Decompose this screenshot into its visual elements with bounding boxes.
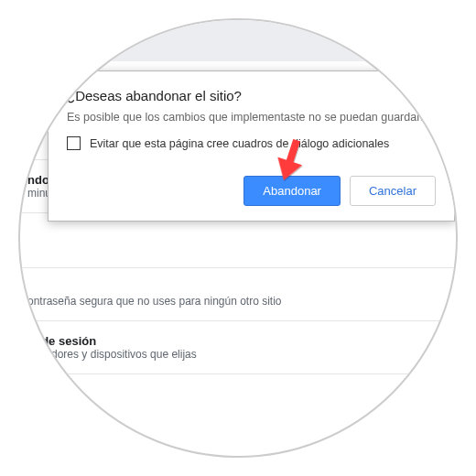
dialog-title: ¿Deseas abandonar el sitio?: [67, 88, 436, 103]
cancel-button[interactable]: Cancelar: [350, 176, 436, 206]
row-status-fragment: hor: [27, 134, 43, 146]
leave-site-dialog: ¿Deseas abandonar el sitio? Es posible q…: [48, 70, 455, 222]
dialog-button-row: Abandonar Cancelar: [67, 176, 436, 206]
leave-button[interactable]: Abandonar: [243, 176, 341, 206]
settings-gap: [20, 213, 456, 268]
settings-row: ontraseña segura que no uses para ningún…: [20, 268, 456, 321]
dialog-subtitle: Es posible que los cambios que implement…: [67, 111, 436, 124]
suppress-dialogs-row[interactable]: Evitar que esta página cree cuadros de d…: [67, 136, 436, 150]
page-header-bar: [20, 20, 456, 61]
suppress-dialogs-label: Evitar que esta página cree cuadros de d…: [90, 137, 389, 150]
row-subtitle-fragment: vegadores y dispositivos que elijas: [27, 348, 197, 361]
settings-row: io de sesión vegadores y dispositivos qu…: [20, 321, 456, 374]
suppress-dialogs-checkbox[interactable]: [67, 136, 81, 150]
row-title-fragment: ndo: [27, 173, 49, 187]
row-subtitle-fragment: ontraseña segura que no uses para ningún…: [27, 295, 282, 308]
row-title-fragment: do: [27, 120, 42, 134]
row-title-fragment: io de sesión: [27, 334, 96, 348]
